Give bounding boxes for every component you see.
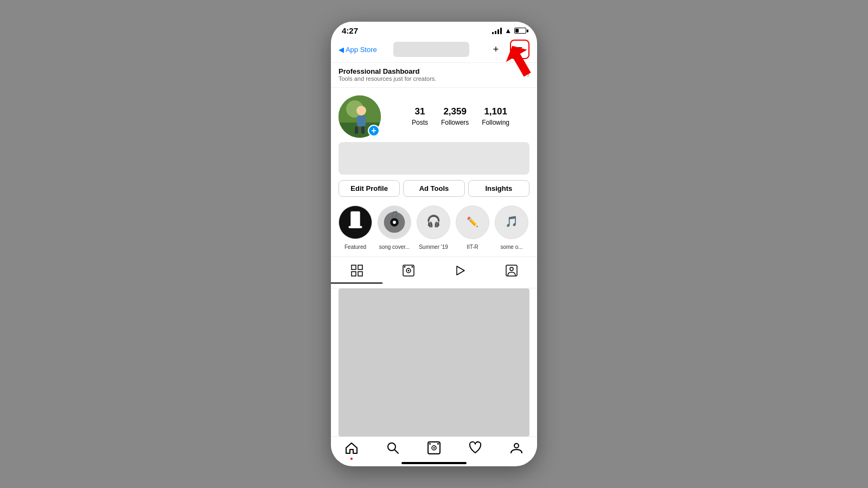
hamburger-icon: ≡ <box>517 44 523 55</box>
svg-rect-5 <box>357 115 366 126</box>
tab-tagged[interactable] <box>486 261 537 284</box>
bio-section <box>339 142 529 175</box>
tab-reels[interactable] <box>382 261 434 284</box>
action-buttons: Edit Profile Ad Tools Insights <box>331 175 537 202</box>
bottom-nav <box>331 436 537 460</box>
grid-icon <box>351 265 363 279</box>
chevron-right-icon: › <box>527 70 529 80</box>
tab-video[interactable] <box>434 261 486 284</box>
highlight-label-song: song cover... <box>379 244 410 250</box>
active-indicator <box>350 458 353 460</box>
svg-point-29 <box>404 266 405 268</box>
svg-text:🎵: 🎵 <box>391 210 399 218</box>
svg-point-14 <box>393 221 396 224</box>
stats-section: 31 Posts 2,359 Followers 1,101 Following <box>392 106 529 127</box>
following-label: Following <box>482 119 509 126</box>
tag-icon <box>506 265 518 279</box>
profile-section: + 31 Posts 2,359 Followers 1,101 Followi… <box>331 88 537 142</box>
status-time: 4:27 <box>342 26 358 35</box>
highlight-circle-summer: 🎧 <box>417 206 450 239</box>
svg-point-40 <box>437 443 439 445</box>
followers-count: 2,359 <box>441 106 469 117</box>
reels-nav-icon <box>427 441 441 458</box>
followers-label: Followers <box>441 119 469 126</box>
highlight-label-featured: Featured <box>344 244 366 250</box>
nav-profile[interactable] <box>496 441 537 458</box>
svg-rect-24 <box>352 272 356 276</box>
highlight-song[interactable]: 🎵 song cover... <box>378 206 411 251</box>
app-bar: ◀ App Store + ≡ <box>331 37 537 62</box>
tab-grid[interactable] <box>331 261 382 284</box>
svg-point-33 <box>510 267 513 271</box>
posts-count: 31 <box>412 106 428 117</box>
battery-icon <box>514 28 526 34</box>
followers-stat[interactable]: 2,359 Followers <box>441 106 469 127</box>
nav-search[interactable] <box>372 441 413 458</box>
svg-rect-23 <box>358 265 362 269</box>
svg-rect-9 <box>350 211 360 228</box>
svg-point-4 <box>356 106 366 115</box>
svg-point-38 <box>433 447 435 449</box>
edit-profile-button[interactable]: Edit Profile <box>339 180 400 197</box>
svg-rect-25 <box>358 272 362 276</box>
svg-line-35 <box>395 450 399 454</box>
highlight-label-iit: IIT-R <box>467 244 478 250</box>
reels-icon <box>403 265 414 279</box>
home-icon <box>345 441 358 458</box>
add-story-button[interactable]: + <box>368 125 380 137</box>
content-tabs <box>331 256 537 288</box>
svg-point-30 <box>411 266 413 268</box>
svg-rect-6 <box>355 126 358 134</box>
highlight-label-summer: Summer '19 <box>419 244 448 250</box>
username-bar <box>393 42 469 57</box>
dashboard-subtitle: Tools and resources just for creators. <box>339 75 436 82</box>
highlight-some[interactable]: 🎵 some o... <box>495 206 528 251</box>
highlight-iit[interactable]: ✏️ IIT-R <box>456 206 489 251</box>
highlights-row: Featured 🎵 song cover... 🎧 <box>331 202 537 256</box>
svg-rect-10 <box>348 226 362 228</box>
svg-rect-7 <box>361 126 365 134</box>
back-button[interactable]: ◀ App Store <box>339 46 377 54</box>
home-indicator <box>401 462 467 464</box>
highlight-featured[interactable]: Featured <box>339 206 372 251</box>
dashboard-title: Professional Dashboard <box>339 67 436 75</box>
nav-home[interactable] <box>331 441 372 458</box>
svg-text:🎵: 🎵 <box>505 215 519 228</box>
content-area <box>339 288 529 436</box>
highlight-circle-featured <box>339 206 372 239</box>
posts-stat: 31 Posts <box>412 106 428 127</box>
profile-icon <box>510 441 523 458</box>
professional-dashboard[interactable]: Professional Dashboard Tools and resourc… <box>331 62 537 88</box>
avatar-wrap: + <box>339 95 381 138</box>
svg-point-39 <box>429 443 431 445</box>
wifi-icon: ▲ <box>505 27 512 35</box>
nav-reels[interactable] <box>413 441 455 458</box>
add-content-button[interactable]: + <box>486 40 506 59</box>
svg-point-41 <box>514 444 519 448</box>
svg-rect-22 <box>352 265 356 269</box>
posts-label: Posts <box>412 119 428 126</box>
plus-icon: + <box>493 44 499 55</box>
svg-marker-31 <box>457 266 464 275</box>
highlight-label-some: some o... <box>500 244 522 250</box>
nav-activity[interactable] <box>455 441 496 458</box>
highlight-circle-some: 🎵 <box>495 206 528 239</box>
menu-button[interactable]: ≡ <box>510 40 529 59</box>
following-count: 1,101 <box>482 106 509 117</box>
status-bar: 4:27 ▲ <box>331 22 537 37</box>
svg-text:✏️: ✏️ <box>467 216 478 228</box>
signal-bars-icon <box>492 28 502 34</box>
search-icon <box>386 441 399 458</box>
svg-point-28 <box>407 270 409 272</box>
status-icons: ▲ <box>492 27 526 35</box>
highlight-summer[interactable]: 🎧 Summer '19 <box>417 206 450 251</box>
header-icons: + ≡ <box>486 40 529 59</box>
play-icon <box>454 265 466 279</box>
following-stat[interactable]: 1,101 Following <box>482 106 509 127</box>
ad-tools-button[interactable]: Ad Tools <box>403 180 464 197</box>
highlight-circle-song: 🎵 <box>378 206 411 239</box>
insights-button[interactable]: Insights <box>468 180 529 197</box>
highlight-circle-iit: ✏️ <box>456 206 489 239</box>
heart-icon <box>469 441 482 458</box>
svg-text:🎧: 🎧 <box>426 214 441 228</box>
